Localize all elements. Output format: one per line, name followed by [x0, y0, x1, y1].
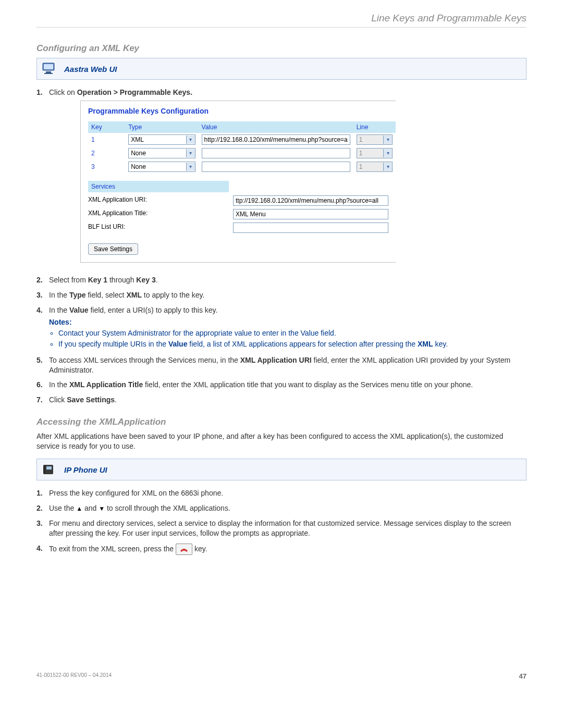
svg-rect-3: [44, 73, 53, 74]
step-text: Click on: [49, 88, 77, 96]
cell-key: 2: [88, 146, 125, 160]
xml-app-uri-input[interactable]: ttp://192.168.0.120/xml/menu/menu.php?so…: [233, 195, 388, 206]
embed-title: Programmable Keys Configuration: [88, 106, 396, 116]
chevron-down-icon: ▾: [383, 149, 392, 157]
service-label: BLF List URI:: [88, 223, 233, 233]
ip-phone-ui-label: IP Phone UI: [64, 465, 107, 474]
svg-rect-5: [43, 465, 45, 474]
hangup-key-icon: [176, 544, 192, 556]
step-bold: Operation > Programmable Keys.: [77, 88, 192, 96]
step-bold: XML Application URI: [240, 356, 312, 364]
step-text: Select from: [49, 276, 88, 284]
step-text: field, enter a URI(s) to apply to this k…: [89, 306, 218, 314]
doc-id: 41-001522-00 REV00 – 04.2014: [36, 672, 112, 680]
step-bold: Value: [69, 306, 89, 314]
cell-key: 3: [88, 160, 125, 174]
aastra-web-ui-label: Aastra Web UI: [64, 65, 117, 73]
arrow-up-icon: ▲: [76, 504, 82, 513]
step-bold: Save Settings: [67, 396, 115, 404]
section-paragraph: After XML applications have been saved t…: [36, 431, 527, 451]
steps-web-ui: 1. Click on Operation > Programmable Key…: [36, 85, 527, 408]
chevron-down-icon: ▾: [383, 135, 392, 144]
line-select: 1▾: [357, 134, 393, 145]
step-text: For menu and directory services, select …: [49, 519, 511, 537]
step-bold: XML: [126, 291, 142, 299]
chevron-down-icon: ▾: [383, 163, 392, 171]
type-select[interactable]: XML▾: [128, 134, 195, 145]
cell-key: 1: [88, 133, 125, 146]
note-item: Contact your System Administrator for th…: [58, 328, 527, 338]
step-text: Press the key configured for XML on the …: [49, 489, 223, 497]
svg-rect-1: [44, 64, 53, 69]
xml-app-title-input[interactable]: XML Menu: [233, 209, 388, 219]
step-text: and: [82, 504, 99, 512]
step-bold: Type: [69, 291, 86, 299]
services-heading: Services: [88, 181, 229, 192]
running-header: Line Keys and Programmable Keys: [36, 13, 527, 28]
ip-phone-ui-box: IP Phone UI: [36, 459, 527, 480]
service-label: XML Application Title:: [88, 209, 233, 219]
notes-list: Contact your System Administrator for th…: [49, 328, 527, 349]
section-title-config-xml: Configuring an XML Key: [36, 43, 527, 54]
value-input[interactable]: http://192.168.0.120/xml/menu/menu.php?s…: [202, 134, 350, 145]
service-row: XML Application Title: XML Menu: [88, 209, 396, 219]
step-text: .: [115, 396, 117, 404]
page-number: 47: [519, 672, 527, 680]
step-text: key.: [192, 545, 207, 553]
step-text: to scroll through the XML applications.: [105, 504, 230, 512]
step-bold: XML Application Title: [69, 380, 143, 389]
chevron-down-icon: ▾: [186, 135, 195, 144]
phone-icon: [40, 462, 58, 477]
arrow-down-icon: ▼: [99, 504, 105, 513]
programmable-keys-screenshot: Programmable Keys Configuration Key Type…: [80, 101, 396, 263]
step-text: Click: [49, 396, 67, 404]
step-text: To exit from the XML screen, press the: [49, 545, 176, 553]
col-key: Key: [88, 121, 125, 133]
blf-list-uri-input[interactable]: [233, 223, 388, 233]
step-text: In the: [49, 380, 69, 389]
chevron-down-icon: ▾: [186, 149, 195, 157]
table-row: 3 None▾ 1▾: [88, 160, 396, 174]
save-settings-button[interactable]: Save Settings: [88, 243, 138, 255]
value-input[interactable]: [202, 162, 350, 172]
type-select[interactable]: None▾: [128, 148, 195, 158]
aastra-web-ui-box: Aastra Web UI: [36, 58, 527, 80]
table-row: 1 XML▾ http://192.168.0.120/xml/menu/men…: [88, 133, 396, 146]
col-line: Line: [353, 121, 396, 133]
service-row: BLF List URI:: [88, 223, 396, 233]
col-type: Type: [125, 121, 198, 133]
table-row: 2 None▾ 1▾: [88, 146, 396, 160]
step-text: .: [156, 276, 158, 284]
step-bold: Key 3: [136, 276, 155, 284]
step-text: In the: [49, 291, 69, 299]
svg-rect-2: [46, 71, 51, 73]
monitor-icon: [40, 61, 58, 76]
value-input[interactable]: [202, 148, 350, 158]
step-text: field, select: [86, 291, 127, 299]
service-row: XML Application URI: ttp://192.168.0.120…: [88, 195, 396, 206]
line-select: 1▾: [357, 148, 393, 158]
col-value: Value: [199, 121, 353, 133]
step-text: field, enter the XML application title t…: [143, 380, 473, 389]
chevron-down-icon: ▾: [186, 163, 195, 171]
type-select[interactable]: None▾: [128, 162, 195, 172]
step-text: to apply to the key.: [142, 291, 204, 299]
service-label: XML Application URI:: [88, 195, 233, 206]
step-text: through: [107, 276, 136, 284]
steps-phone-ui: 1.Press the key configured for XML on th…: [36, 486, 527, 558]
step-text: To access XML services through the Servi…: [49, 356, 240, 364]
step-text: In the: [49, 306, 69, 314]
step-text: Use the: [49, 504, 76, 512]
section-title-accessing-xml: Accessing the XMLApplication: [36, 417, 527, 427]
notes-label: Notes:: [49, 317, 527, 327]
note-item: If you specify multiple URIs in the Valu…: [58, 339, 527, 349]
line-select: 1▾: [357, 162, 393, 172]
page-footer: 41-001522-00 REV00 – 04.2014 47: [36, 672, 527, 680]
svg-rect-4: [46, 466, 52, 470]
step-bold: Key 1: [88, 276, 107, 284]
